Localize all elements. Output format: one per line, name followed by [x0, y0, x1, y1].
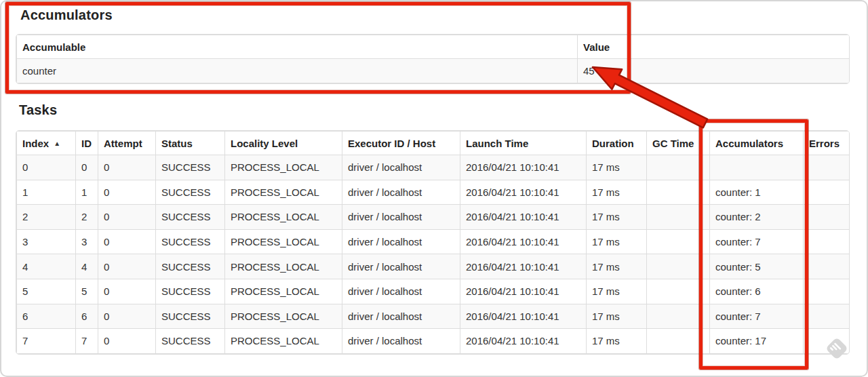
task-cell-executor: driver / localhost [342, 205, 460, 230]
task-cell-index: 5 [17, 279, 76, 304]
task-cell-locality: PROCESS_LOCAL [225, 254, 342, 279]
task-cell-launch-time: 2016/04/21 10:10:41 [460, 180, 587, 205]
task-cell-id: 6 [76, 304, 98, 329]
task-row: 1 1 0 SUCCESS PROCESS_LOCAL driver / loc… [17, 180, 850, 205]
col-header-accumulators[interactable]: Accumulators [710, 132, 804, 155]
task-cell-attempt: 0 [98, 155, 156, 180]
accumulators-section-title: Accumulators [20, 7, 113, 23]
task-cell-duration: 17 ms [587, 229, 647, 254]
task-cell-attempt: 0 [98, 180, 156, 205]
task-cell-errors [804, 180, 850, 205]
tasks-section-title: Tasks [19, 102, 57, 118]
task-cell-status: SUCCESS [156, 180, 225, 205]
task-cell-errors [804, 254, 850, 279]
col-header-value[interactable]: Value [578, 35, 850, 59]
task-cell-attempt: 0 [98, 304, 156, 329]
task-cell-duration: 17 ms [587, 180, 647, 205]
col-header-index-label: Index [22, 138, 49, 149]
task-cell-gc-time [647, 180, 710, 205]
task-cell-locality: PROCESS_LOCAL [225, 229, 342, 254]
task-cell-id: 2 [76, 205, 98, 230]
task-cell-locality: PROCESS_LOCAL [225, 180, 342, 205]
task-cell-status: SUCCESS [156, 279, 225, 304]
task-row: 6 6 0 SUCCESS PROCESS_LOCAL driver / loc… [17, 304, 850, 329]
task-cell-status: SUCCESS [156, 205, 225, 230]
task-cell-index: 3 [17, 229, 76, 254]
task-cell-accumulators: counter: 6 [710, 279, 804, 304]
task-cell-accumulators [710, 155, 804, 180]
task-cell-duration: 17 ms [587, 205, 647, 230]
sort-ascending-icon: ▲ [54, 140, 60, 147]
task-cell-errors [804, 205, 850, 230]
task-cell-launch-time: 2016/04/21 10:10:41 [460, 229, 587, 254]
col-header-launch-time[interactable]: Launch Time [460, 132, 587, 155]
accumulator-row: counter 45 [17, 59, 850, 83]
col-header-id[interactable]: ID [76, 132, 98, 155]
col-header-index[interactable]: Index▲ [17, 132, 76, 155]
task-cell-attempt: 0 [98, 205, 156, 230]
task-cell-status: SUCCESS [156, 155, 225, 180]
task-cell-gc-time [647, 279, 710, 304]
accumulators-header-row: Accumulable Value [17, 35, 850, 59]
col-header-duration[interactable]: Duration [587, 132, 647, 155]
task-cell-index: 0 [17, 155, 76, 180]
task-cell-launch-time: 2016/04/21 10:10:41 [460, 254, 587, 279]
task-cell-duration: 17 ms [587, 279, 647, 304]
task-cell-attempt: 0 [98, 279, 156, 304]
task-cell-executor: driver / localhost [342, 229, 460, 254]
col-header-attempt[interactable]: Attempt [98, 132, 156, 155]
col-header-gc-time[interactable]: GC Time [647, 132, 710, 155]
task-cell-status: SUCCESS [156, 229, 225, 254]
task-cell-gc-time [647, 329, 710, 354]
task-cell-locality: PROCESS_LOCAL [225, 329, 342, 354]
task-cell-duration: 17 ms [587, 329, 647, 354]
task-cell-accumulators: counter: 7 [710, 304, 804, 329]
task-cell-launch-time: 2016/04/21 10:10:41 [460, 205, 587, 230]
accumulable-value-cell: 45 [578, 59, 850, 83]
task-cell-accumulators: counter: 7 [710, 229, 804, 254]
tasks-table: Index▲ ID Attempt Status Locality Level … [16, 130, 850, 355]
task-cell-index: 2 [17, 205, 76, 230]
col-header-status[interactable]: Status [156, 132, 225, 155]
task-cell-duration: 17 ms [587, 254, 647, 279]
col-header-locality-level[interactable]: Locality Level [225, 132, 342, 155]
task-cell-launch-time: 2016/04/21 10:10:41 [460, 155, 587, 180]
task-cell-status: SUCCESS [156, 254, 225, 279]
task-cell-attempt: 0 [98, 329, 156, 354]
task-cell-status: SUCCESS [156, 329, 225, 354]
task-cell-index: 4 [17, 254, 76, 279]
task-cell-gc-time [647, 205, 710, 230]
accumulators-table: Accumulable Value counter 45 [16, 34, 850, 84]
task-cell-id: 3 [76, 229, 98, 254]
task-cell-executor: driver / localhost [342, 155, 460, 180]
col-header-accumulable[interactable]: Accumulable [17, 35, 578, 59]
task-cell-executor: driver / localhost [342, 329, 460, 354]
task-row: 5 5 0 SUCCESS PROCESS_LOCAL driver / loc… [17, 279, 850, 304]
task-cell-errors [804, 329, 850, 354]
task-cell-id: 5 [76, 279, 98, 304]
task-row: 0 0 0 SUCCESS PROCESS_LOCAL driver / loc… [17, 155, 850, 180]
task-cell-errors [804, 229, 850, 254]
col-header-errors[interactable]: Errors [804, 132, 850, 155]
task-cell-id: 0 [76, 155, 98, 180]
task-cell-index: 1 [17, 180, 76, 205]
task-row: 3 3 0 SUCCESS PROCESS_LOCAL driver / loc… [17, 229, 850, 254]
task-cell-locality: PROCESS_LOCAL [225, 279, 342, 304]
task-cell-id: 1 [76, 180, 98, 205]
task-cell-id: 4 [76, 254, 98, 279]
task-cell-accumulators: counter: 17 [710, 329, 804, 354]
task-cell-index: 7 [17, 329, 76, 354]
task-cell-accumulators: counter: 1 [710, 180, 804, 205]
task-cell-gc-time [647, 254, 710, 279]
task-cell-gc-time [647, 155, 710, 180]
task-cell-executor: driver / localhost [342, 254, 460, 279]
task-cell-executor: driver / localhost [342, 279, 460, 304]
task-cell-errors [804, 304, 850, 329]
task-cell-errors [804, 279, 850, 304]
task-cell-executor: driver / localhost [342, 304, 460, 329]
task-cell-locality: PROCESS_LOCAL [225, 155, 342, 180]
task-cell-gc-time [647, 304, 710, 329]
task-cell-launch-time: 2016/04/21 10:10:41 [460, 279, 587, 304]
task-cell-gc-time [647, 229, 710, 254]
col-header-executor-id-host[interactable]: Executor ID / Host [342, 132, 460, 155]
